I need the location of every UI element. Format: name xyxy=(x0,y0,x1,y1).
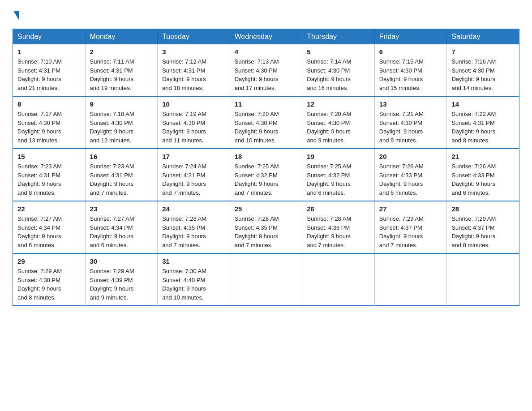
calendar-cell: 25 Sunrise: 7:28 AM Sunset: 4:35 PM Dayl… xyxy=(230,201,302,253)
calendar-cell: 31 Sunrise: 7:30 AM Sunset: 4:40 PM Dayl… xyxy=(158,253,230,306)
day-info: Sunrise: 7:26 AM Sunset: 4:33 PM Dayligh… xyxy=(451,162,515,197)
day-info: Sunrise: 7:27 AM Sunset: 4:34 PM Dayligh… xyxy=(17,214,81,249)
calendar-cell: 27 Sunrise: 7:29 AM Sunset: 4:37 PM Dayl… xyxy=(374,201,447,253)
day-number: 9 xyxy=(90,100,153,108)
day-number: 2 xyxy=(90,48,153,56)
calendar-cell xyxy=(302,253,375,306)
header-day-wednesday: Wednesday xyxy=(230,29,302,45)
day-info: Sunrise: 7:19 AM Sunset: 4:30 PM Dayligh… xyxy=(162,110,225,145)
calendar-cell: 18 Sunrise: 7:25 AM Sunset: 4:32 PM Dayl… xyxy=(230,149,302,201)
page-header xyxy=(13,11,519,21)
day-info: Sunrise: 7:18 AM Sunset: 4:30 PM Dayligh… xyxy=(90,110,153,145)
day-info: Sunrise: 7:24 AM Sunset: 4:31 PM Dayligh… xyxy=(162,162,225,197)
day-number: 28 xyxy=(451,205,515,213)
day-info: Sunrise: 7:20 AM Sunset: 4:30 PM Dayligh… xyxy=(235,110,298,145)
day-number: 13 xyxy=(379,100,442,108)
calendar-cell: 2 Sunrise: 7:11 AM Sunset: 4:31 PM Dayli… xyxy=(85,44,158,96)
calendar-cell: 23 Sunrise: 7:27 AM Sunset: 4:34 PM Dayl… xyxy=(85,201,158,253)
day-number: 29 xyxy=(17,257,81,265)
calendar-week-5: 29 Sunrise: 7:29 AM Sunset: 4:38 PM Dayl… xyxy=(13,253,519,306)
calendar-cell: 19 Sunrise: 7:25 AM Sunset: 4:32 PM Dayl… xyxy=(302,149,375,201)
day-info: Sunrise: 7:26 AM Sunset: 4:33 PM Dayligh… xyxy=(379,162,442,197)
day-info: Sunrise: 7:30 AM Sunset: 4:40 PM Dayligh… xyxy=(162,267,225,302)
calendar-cell: 5 Sunrise: 7:14 AM Sunset: 4:30 PM Dayli… xyxy=(302,44,375,96)
day-number: 16 xyxy=(90,153,153,160)
calendar-cell: 28 Sunrise: 7:29 AM Sunset: 4:37 PM Dayl… xyxy=(447,201,519,253)
day-number: 10 xyxy=(162,100,225,108)
calendar-cell xyxy=(447,253,519,306)
calendar-cell: 14 Sunrise: 7:22 AM Sunset: 4:31 PM Dayl… xyxy=(447,96,519,149)
calendar-cell: 15 Sunrise: 7:23 AM Sunset: 4:31 PM Dayl… xyxy=(13,149,86,201)
calendar-cell: 9 Sunrise: 7:18 AM Sunset: 4:30 PM Dayli… xyxy=(85,96,158,149)
day-info: Sunrise: 7:16 AM Sunset: 4:30 PM Dayligh… xyxy=(451,57,515,92)
calendar-cell xyxy=(230,253,302,306)
day-number: 12 xyxy=(307,100,370,108)
calendar-cell: 22 Sunrise: 7:27 AM Sunset: 4:34 PM Dayl… xyxy=(13,201,86,253)
calendar-cell: 24 Sunrise: 7:28 AM Sunset: 4:35 PM Dayl… xyxy=(158,201,230,253)
day-info: Sunrise: 7:28 AM Sunset: 4:36 PM Dayligh… xyxy=(307,214,370,249)
day-number: 30 xyxy=(90,257,153,265)
calendar-cell: 16 Sunrise: 7:23 AM Sunset: 4:31 PM Dayl… xyxy=(85,149,158,201)
day-number: 31 xyxy=(162,257,225,265)
header-day-friday: Friday xyxy=(374,29,447,45)
day-info: Sunrise: 7:12 AM Sunset: 4:31 PM Dayligh… xyxy=(162,57,225,92)
day-number: 8 xyxy=(17,100,81,108)
day-info: Sunrise: 7:20 AM Sunset: 4:30 PM Dayligh… xyxy=(307,110,370,145)
logo xyxy=(13,11,20,21)
calendar-header-row: SundayMondayTuesdayWednesdayThursdayFrid… xyxy=(13,29,519,45)
day-info: Sunrise: 7:29 AM Sunset: 4:39 PM Dayligh… xyxy=(90,267,153,302)
day-number: 22 xyxy=(17,205,81,213)
day-info: Sunrise: 7:29 AM Sunset: 4:38 PM Dayligh… xyxy=(17,267,81,302)
day-number: 3 xyxy=(162,48,225,56)
calendar-week-3: 15 Sunrise: 7:23 AM Sunset: 4:31 PM Dayl… xyxy=(13,149,519,201)
calendar-cell: 29 Sunrise: 7:29 AM Sunset: 4:38 PM Dayl… xyxy=(13,253,86,306)
day-info: Sunrise: 7:21 AM Sunset: 4:30 PM Dayligh… xyxy=(379,110,442,145)
day-number: 27 xyxy=(379,205,442,213)
day-number: 24 xyxy=(162,205,225,213)
calendar-cell: 4 Sunrise: 7:13 AM Sunset: 4:30 PM Dayli… xyxy=(230,44,302,96)
day-number: 25 xyxy=(235,205,298,213)
day-number: 26 xyxy=(307,205,370,213)
day-number: 7 xyxy=(451,48,515,56)
day-info: Sunrise: 7:25 AM Sunset: 4:32 PM Dayligh… xyxy=(307,162,370,197)
day-number: 14 xyxy=(451,100,515,108)
day-number: 15 xyxy=(17,153,81,160)
day-info: Sunrise: 7:28 AM Sunset: 4:35 PM Dayligh… xyxy=(235,214,298,249)
day-info: Sunrise: 7:14 AM Sunset: 4:30 PM Dayligh… xyxy=(307,57,370,92)
calendar-cell: 7 Sunrise: 7:16 AM Sunset: 4:30 PM Dayli… xyxy=(447,44,519,96)
day-info: Sunrise: 7:10 AM Sunset: 4:31 PM Dayligh… xyxy=(17,57,81,92)
calendar-cell: 13 Sunrise: 7:21 AM Sunset: 4:30 PM Dayl… xyxy=(374,96,447,149)
day-number: 21 xyxy=(451,153,515,160)
day-info: Sunrise: 7:28 AM Sunset: 4:35 PM Dayligh… xyxy=(162,214,225,249)
header-day-monday: Monday xyxy=(85,29,158,45)
calendar-cell: 20 Sunrise: 7:26 AM Sunset: 4:33 PM Dayl… xyxy=(374,149,447,201)
day-info: Sunrise: 7:13 AM Sunset: 4:30 PM Dayligh… xyxy=(235,57,298,92)
day-number: 11 xyxy=(235,100,298,108)
calendar-cell: 21 Sunrise: 7:26 AM Sunset: 4:33 PM Dayl… xyxy=(447,149,519,201)
header-day-sunday: Sunday xyxy=(13,29,86,45)
day-number: 18 xyxy=(235,153,298,160)
calendar-week-1: 1 Sunrise: 7:10 AM Sunset: 4:31 PM Dayli… xyxy=(13,44,519,96)
day-info: Sunrise: 7:27 AM Sunset: 4:34 PM Dayligh… xyxy=(90,214,153,249)
calendar-cell xyxy=(374,253,447,306)
calendar-cell: 30 Sunrise: 7:29 AM Sunset: 4:39 PM Dayl… xyxy=(85,253,158,306)
calendar-table: SundayMondayTuesdayWednesdayThursdayFrid… xyxy=(13,29,519,306)
calendar-cell: 6 Sunrise: 7:15 AM Sunset: 4:30 PM Dayli… xyxy=(374,44,447,96)
header-day-saturday: Saturday xyxy=(447,29,519,45)
day-info: Sunrise: 7:11 AM Sunset: 4:31 PM Dayligh… xyxy=(90,57,153,92)
day-number: 23 xyxy=(90,205,153,213)
calendar-cell: 12 Sunrise: 7:20 AM Sunset: 4:30 PM Dayl… xyxy=(302,96,375,149)
day-info: Sunrise: 7:29 AM Sunset: 4:37 PM Dayligh… xyxy=(379,214,442,249)
calendar-week-4: 22 Sunrise: 7:27 AM Sunset: 4:34 PM Dayl… xyxy=(13,201,519,253)
day-number: 6 xyxy=(379,48,442,56)
day-number: 5 xyxy=(307,48,370,56)
day-info: Sunrise: 7:23 AM Sunset: 4:31 PM Dayligh… xyxy=(17,162,81,197)
calendar-cell: 17 Sunrise: 7:24 AM Sunset: 4:31 PM Dayl… xyxy=(158,149,230,201)
day-info: Sunrise: 7:15 AM Sunset: 4:30 PM Dayligh… xyxy=(379,57,442,92)
day-info: Sunrise: 7:29 AM Sunset: 4:37 PM Dayligh… xyxy=(451,214,515,249)
calendar-cell: 11 Sunrise: 7:20 AM Sunset: 4:30 PM Dayl… xyxy=(230,96,302,149)
header-day-tuesday: Tuesday xyxy=(158,29,230,45)
calendar-cell: 8 Sunrise: 7:17 AM Sunset: 4:30 PM Dayli… xyxy=(13,96,86,149)
day-number: 19 xyxy=(307,153,370,160)
calendar-cell: 1 Sunrise: 7:10 AM Sunset: 4:31 PM Dayli… xyxy=(13,44,86,96)
